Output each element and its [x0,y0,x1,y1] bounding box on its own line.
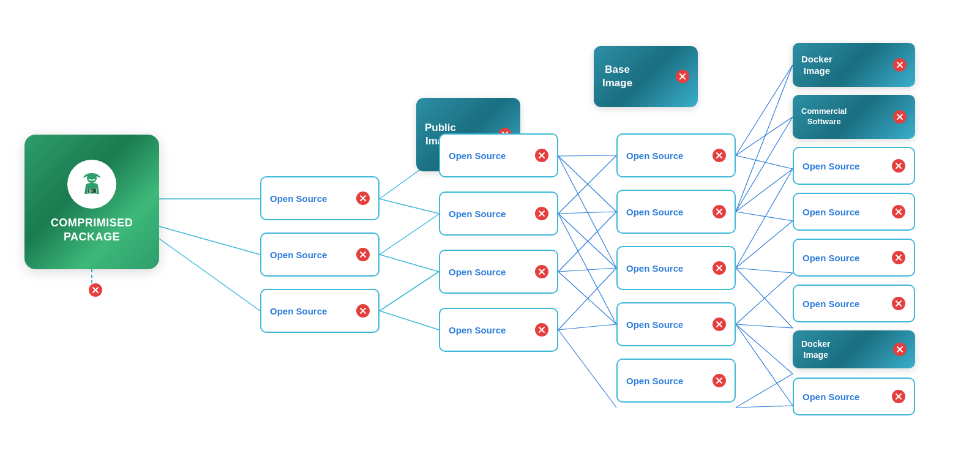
x-badge-docker1 [893,58,907,72]
svg-line-30 [736,169,793,268]
svg-line-2 [159,226,260,255]
docker-image-1-node: Docker Image [793,43,915,87]
svg-line-19 [558,272,616,324]
os-col2-1: Open Source [260,176,380,220]
x-badge-col2-1 [356,192,370,205]
svg-line-31 [736,221,793,268]
x-badge-col5-2 [892,205,905,218]
os-col3-4: Open Source [439,308,558,352]
svg-line-20 [558,268,616,330]
svg-line-22 [558,330,616,407]
os-col4-2: Open Source [616,190,736,234]
svg-line-21 [558,324,616,330]
commercial-software-node: Commercial Software [793,95,915,139]
svg-line-11 [558,156,616,212]
svg-line-18 [558,268,616,272]
x-icon-badge [89,283,102,297]
svg-line-17 [558,212,616,272]
x-badge-col5-4 [892,297,905,310]
os-col3-1: Open Source [439,133,558,177]
svg-line-35 [736,324,793,328]
svg-line-26 [736,65,793,212]
os-col2-3: Open Source [260,289,380,333]
base-image-node: Base Image [594,46,698,107]
svg-line-5 [380,199,439,214]
svg-line-15 [558,214,616,268]
svg-line-39 [736,406,793,407]
x-badge-col5-3 [892,251,905,264]
os-col2-2: Open Source [260,233,380,277]
os-col3-2: Open Source [439,192,558,236]
svg-line-9 [380,311,439,330]
x-badge-col3-4 [535,323,548,337]
x-icon [92,286,99,294]
x-badge-col5-1 [892,159,905,173]
svg-line-6 [380,214,439,255]
svg-line-12 [558,156,616,268]
svg-line-13 [558,155,616,214]
svg-line-23 [736,65,793,155]
compromised-x-badge [84,283,102,297]
x-badge-col4-3 [713,261,726,275]
svg-line-10 [558,155,616,156]
x-badge-col4-5 [713,374,726,387]
svg-line-38 [736,374,793,407]
svg-line-32 [736,268,793,273]
x-badge-col2-3 [356,304,370,318]
compromised-label: COMPRIMISED PACKAGE [51,216,133,245]
os-col5-1: Open Source [793,147,915,185]
hacker-icon [77,169,107,199]
compromised-package-node: COMPRIMISED PACKAGE [24,135,159,269]
docker-image-2-node: Docker Image [793,330,915,368]
svg-line-7 [380,255,439,272]
svg-line-14 [558,212,616,214]
os-col4-1: Open Source [616,133,736,177]
hacker-icon-circle [67,160,116,209]
svg-line-24 [736,117,793,155]
x-badge-col4-2 [713,205,726,218]
svg-line-3 [159,239,260,311]
svg-line-27 [736,117,793,212]
os-col4-5: Open Source [616,359,736,403]
x-badge-col2-2 [356,248,370,261]
x-badge-col4-4 [713,318,726,331]
x-badge-base-image [676,70,689,83]
diagram-container: COMPRIMISED PACKAGE Open Source Open Sou… [0,0,980,454]
os-col5-5: Open Source [793,378,915,415]
svg-line-29 [736,212,793,221]
svg-line-25 [736,155,793,169]
x-badge-commercial [893,110,907,124]
os-col4-3: Open Source [616,246,736,290]
svg-line-37 [736,324,793,406]
os-col5-2: Open Source [793,193,915,231]
os-col5-3: Open Source [793,239,915,277]
svg-line-34 [736,273,793,324]
x-badge-col5-5 [892,390,905,403]
x-badge-docker2 [893,343,907,356]
os-col4-4: Open Source [616,302,736,346]
svg-line-33 [736,268,793,328]
svg-line-16 [558,214,616,324]
x-badge-col4-1 [713,149,726,162]
os-col5-4: Open Source [793,285,915,322]
x-badge-col3-2 [535,207,548,220]
os-col3-3: Open Source [439,250,558,294]
x-badge-col3-3 [535,265,548,278]
svg-line-28 [736,169,793,212]
svg-line-8 [380,272,439,311]
x-badge-col3-1 [535,149,548,162]
svg-line-36 [736,324,793,374]
